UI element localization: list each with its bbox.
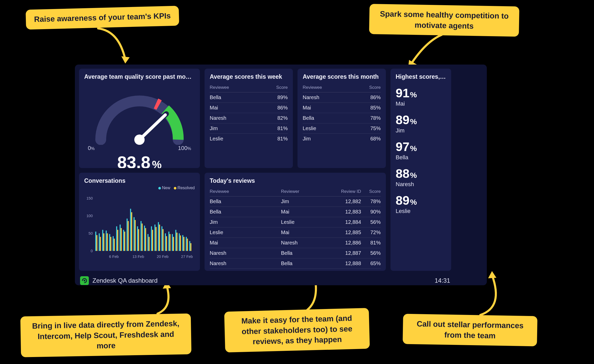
score-value: 86% <box>268 105 288 111</box>
dashboard-footer: Zendesk QA dashboard 14:31 <box>79 275 451 286</box>
svg-text:20 Feb: 20 Feb <box>157 255 168 259</box>
svg-text:27 Feb: 27 Feb <box>181 255 193 259</box>
reviewer-name: Mai <box>281 230 325 235</box>
highest-scores-card: Highest scores, Fe... 91%Mai89%Jim97%Bel… <box>390 69 451 271</box>
svg-rect-47 <box>155 227 157 251</box>
svg-rect-58 <box>175 230 176 251</box>
reviewee-name: Jim <box>210 125 268 131</box>
svg-marker-4 <box>488 271 496 278</box>
highest-score-item: 89%Leslie <box>396 194 446 215</box>
agent-name: Bella <box>396 154 446 161</box>
svg-rect-33 <box>131 212 132 251</box>
reviewee-name: Bella <box>303 115 361 121</box>
svg-rect-27 <box>121 228 122 251</box>
callout-stellar: Call out stellar performances from the t… <box>403 314 537 346</box>
svg-rect-53 <box>166 236 167 251</box>
svg-rect-19 <box>107 233 108 251</box>
table-row: BellaJim12,88278% <box>210 196 381 207</box>
table-row: MaiNaresh12,88681% <box>210 238 381 248</box>
reviewee-name: Mai <box>303 105 361 111</box>
svg-marker-0 <box>121 56 130 64</box>
score-value: 97 <box>396 140 409 154</box>
svg-rect-34 <box>134 217 135 251</box>
svg-rect-28 <box>123 230 124 251</box>
arrow-icon <box>96 26 147 67</box>
conversations-legend: New Resolved <box>158 186 195 190</box>
reviewee-name: Bella <box>210 94 268 100</box>
conversations-chart: 1501005006 Feb13 Feb20 Feb27 Feb <box>84 196 195 261</box>
reviewee-name: Leslie <box>303 125 361 131</box>
svg-rect-48 <box>158 222 159 251</box>
score-value: 85% <box>361 105 381 111</box>
col-header-review-id: Review ID <box>325 189 361 194</box>
conversations-card: Conversations New Resolved 1501005006 Fe… <box>79 173 200 271</box>
svg-text:150: 150 <box>87 196 93 200</box>
svg-rect-37 <box>138 229 139 251</box>
svg-rect-36 <box>137 226 138 251</box>
score-value: 56% <box>361 250 381 256</box>
agent-name: Jim <box>396 127 446 134</box>
svg-point-7 <box>134 134 145 145</box>
table-row: Naresh86% <box>303 92 381 103</box>
reviewee-name: Naresh <box>210 260 281 266</box>
highest-score-item: 91%Mai <box>396 87 446 107</box>
svg-rect-38 <box>140 221 142 251</box>
svg-rect-43 <box>148 237 150 251</box>
svg-rect-31 <box>128 221 129 251</box>
reviewee-name: Jim <box>210 219 281 225</box>
svg-rect-16 <box>102 230 103 251</box>
svg-text:13 Feb: 13 Feb <box>132 255 144 259</box>
reviewee-name: Bella <box>210 209 281 215</box>
score-value: 88 <box>396 167 409 180</box>
table-row: BellaMai12,88390% <box>210 207 381 217</box>
todays-reviews-card: Today's reviews Reviewee Reviewer Review… <box>205 173 386 271</box>
table-row: Bella78% <box>303 113 381 123</box>
svg-rect-39 <box>142 224 143 251</box>
svg-rect-50 <box>161 226 162 251</box>
review-id: 12,888 <box>325 260 361 266</box>
gauge-card: Average team quality score past month 🎉 <box>79 69 200 168</box>
reviewee-name: Mai <box>210 105 268 111</box>
reviewer-name: Bella <box>281 260 325 266</box>
svg-rect-23 <box>114 239 115 251</box>
score-value: 72% <box>361 230 381 235</box>
score-value: 90% <box>361 209 381 215</box>
dashboard: Average team quality score past month 🎉 <box>75 65 487 285</box>
table-row: Mai86% <box>210 103 288 113</box>
table-row: Naresh82% <box>210 113 288 123</box>
todays-reviews-title: Today's reviews <box>210 177 381 184</box>
svg-rect-46 <box>154 225 155 251</box>
svg-rect-45 <box>152 230 153 251</box>
callout-livedata: Bring in live data directly from Zendesk… <box>20 313 192 357</box>
svg-rect-13 <box>96 235 97 251</box>
reviewer-name: Mai <box>281 209 325 215</box>
reviewer-name: Bella <box>281 250 325 256</box>
svg-rect-61 <box>180 235 181 251</box>
reviewee-name: Jim <box>303 136 361 142</box>
highest-score-item: 97%Bella <box>396 141 446 161</box>
geckoboard-logo-icon <box>80 276 89 285</box>
highest-score-item: 88%Naresh <box>396 168 446 188</box>
svg-rect-14 <box>99 233 100 251</box>
reviewer-name: Jim <box>281 199 325 204</box>
callout-reviews: Make it easy for the team (and other sta… <box>224 308 370 352</box>
table-row: Leslie75% <box>303 123 381 134</box>
svg-rect-49 <box>159 225 160 251</box>
col-header-reviewee: Reviewee <box>210 189 281 194</box>
callout-competition: Spark some healthy competition to motiva… <box>369 4 519 37</box>
table-row: BellaMai12,88993% <box>210 269 381 271</box>
score-value: 56% <box>361 219 381 225</box>
review-id: 12,884 <box>325 219 361 225</box>
score-value: 78% <box>361 115 381 121</box>
svg-rect-63 <box>183 237 184 251</box>
svg-rect-56 <box>172 234 173 251</box>
svg-rect-24 <box>116 226 117 251</box>
svg-line-6 <box>139 115 165 140</box>
svg-rect-62 <box>182 235 183 251</box>
svg-rect-32 <box>130 209 131 251</box>
highest-score-item: 89%Jim <box>396 114 446 134</box>
svg-rect-41 <box>145 228 146 251</box>
svg-rect-40 <box>144 226 145 251</box>
review-id: 12,886 <box>325 240 361 246</box>
gauge-chart <box>84 83 195 145</box>
